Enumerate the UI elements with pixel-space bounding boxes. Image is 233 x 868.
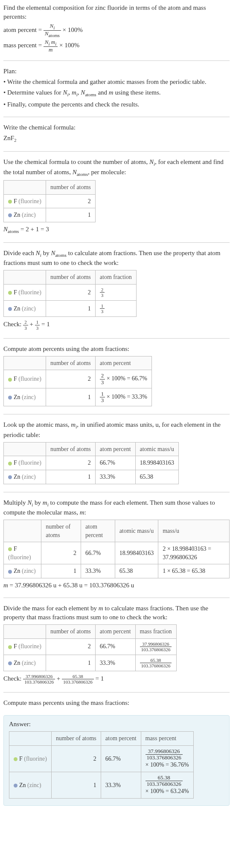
atomic-mass-header: atomic mass/u bbox=[115, 520, 158, 542]
element-cell: Zn (zinc) bbox=[9, 772, 52, 798]
table-header-row: number of atoms atom percent atomic mass… bbox=[4, 442, 179, 456]
empty-header bbox=[4, 442, 46, 456]
count-atoms-text: Use the chemical formula to count the nu… bbox=[3, 158, 230, 178]
num-atoms-header: number of atoms bbox=[46, 442, 95, 456]
dot-icon bbox=[14, 757, 17, 761]
dot-icon bbox=[8, 645, 12, 649]
mass-percents-text: Compute mass percents using the mass fra… bbox=[3, 698, 230, 707]
atomic-mass-cell: 65.38 bbox=[115, 564, 158, 578]
mass-percent-cell: 37.996806326103.376806326 × 100% = 36.76… bbox=[141, 745, 193, 772]
element-cell: F (fluorine) bbox=[4, 456, 46, 470]
percent-cell: 66.7% bbox=[81, 542, 115, 564]
num-atoms-header: number of atoms bbox=[46, 624, 95, 638]
fraction: Ni mi m bbox=[44, 39, 58, 53]
dot-icon bbox=[8, 570, 12, 574]
atom-percent-header: atom percent bbox=[101, 732, 141, 746]
table-row: Zn (zinc) 1 bbox=[4, 208, 96, 222]
divider bbox=[3, 242, 230, 243]
count-cell: 1 bbox=[46, 388, 95, 406]
dot-icon bbox=[8, 378, 12, 382]
mass-cell: 1 × 65.38 = 65.38 bbox=[158, 564, 230, 578]
answer-box: Answer: number of atoms atom percent mas… bbox=[3, 715, 230, 806]
mass-percent-header: mass percent bbox=[141, 732, 193, 746]
percent-cell: 66.7% bbox=[95, 638, 135, 655]
total-mass: m = 37.996806326 u + 65.38 u = 103.37680… bbox=[3, 581, 230, 590]
atom-percents-section: Compute atom percents using the atom fra… bbox=[3, 345, 230, 407]
divider bbox=[3, 117, 230, 117]
atom-fractions-table: number of atoms atom fraction F (fluorin… bbox=[3, 270, 137, 317]
count-cell: 2 bbox=[46, 194, 95, 208]
mass-fractions-text: Divide the mass for each element by m to… bbox=[3, 604, 230, 622]
count-cell: 1 bbox=[46, 655, 95, 671]
empty-header bbox=[4, 520, 41, 542]
atom-percent-header: atom percent bbox=[95, 356, 151, 370]
intro-section: Find the elemental composition for zinc … bbox=[3, 3, 230, 53]
table-row: Zn (zinc) 1 33.3% 65.38 1 × 65.38 = 65.3… bbox=[4, 564, 230, 578]
element-cell: F (fluorine) bbox=[4, 370, 46, 388]
atom-percent-header: atom percent bbox=[95, 624, 135, 638]
element-cell: F (fluorine) bbox=[4, 638, 46, 655]
table-row: F (fluorine) 2 66.7% 37.996806326103.376… bbox=[4, 638, 177, 655]
percent-cell: 23 × 100% = 66.7% bbox=[95, 370, 151, 388]
element-cell: Zn (zinc) bbox=[4, 208, 46, 222]
plan-bullet-1: • Write the chemical formula and gather … bbox=[3, 78, 230, 86]
percent-cell: 33.3% bbox=[95, 655, 135, 671]
mass-cell: 65.38 bbox=[135, 470, 179, 484]
count-cell: 2 bbox=[46, 370, 95, 388]
table-header-row: number of atoms atom percent mass percen… bbox=[9, 732, 194, 746]
atomic-mass-header: atomic mass/u bbox=[135, 442, 179, 456]
plan-section: Plan: • Write the chemical formula and g… bbox=[3, 67, 230, 109]
count-atoms-section: Use the chemical formula to count the nu… bbox=[3, 158, 230, 235]
count-cell: 1 bbox=[46, 301, 95, 317]
mass-fraction-header: mass fraction bbox=[135, 624, 176, 638]
dot-icon bbox=[8, 661, 12, 665]
multiply-mass-section: Multiply Ni by mi to compute the mass fo… bbox=[3, 498, 230, 590]
fraction-cell: 65.38103.376806326 bbox=[135, 655, 176, 671]
count-cell: 2 bbox=[41, 542, 81, 564]
table-row: Zn (zinc) 1 33.3% 65.38103.376806326 × 1… bbox=[9, 772, 194, 798]
dot-icon bbox=[8, 307, 12, 311]
count-cell: 1 bbox=[46, 470, 95, 484]
mass-cell: 18.998403163 bbox=[135, 456, 179, 470]
atom-percent-header: atom percent bbox=[81, 520, 115, 542]
table-header-row: number of atoms atom percent mass fracti… bbox=[4, 624, 177, 638]
fraction-cell: 23 bbox=[95, 285, 136, 301]
dot-icon bbox=[8, 200, 12, 204]
element-cell: Zn (zinc) bbox=[4, 301, 46, 317]
element-cell: Zn (zinc) bbox=[4, 470, 46, 484]
atom-fractions-section: Divide each Ni by Natoms to calculate at… bbox=[3, 249, 230, 331]
total-atoms: Natoms = 2 + 1 = 3 bbox=[3, 225, 230, 235]
multiply-mass-text: Multiply Ni by mi to compute the mass fo… bbox=[3, 498, 230, 517]
intro-text: Find the elemental composition for zinc … bbox=[3, 3, 230, 21]
atom-percents-text: Compute atom percents using the atom fra… bbox=[3, 345, 230, 354]
dot-icon bbox=[14, 784, 17, 788]
plan-bullet-3: • Finally, compute the percents and chec… bbox=[3, 100, 230, 109]
atoms-table: number of atoms F (fluorine) 2 Zn (zinc)… bbox=[3, 180, 96, 222]
chemical-formula-section: Write the chemical formula: ZnF2 bbox=[3, 123, 230, 144]
count-cell: 2 bbox=[46, 285, 95, 301]
element-cell: Zn (zinc) bbox=[4, 388, 46, 406]
mass-percent-cell: 65.38103.376806326 × 100% = 63.24% bbox=[141, 772, 193, 798]
atom-fraction-header: atom fraction bbox=[95, 270, 136, 285]
check-line: Check: 37.996806326103.376806326 + 65.38… bbox=[3, 674, 230, 684]
element-cell: F (fluorine) bbox=[4, 542, 41, 564]
dot-icon bbox=[8, 396, 12, 400]
percent-cell: 66.7% bbox=[95, 456, 135, 470]
answer-label: Answer: bbox=[9, 720, 224, 729]
answer-table: number of atoms atom percent mass percen… bbox=[9, 731, 194, 799]
num-atoms-header: number of atoms bbox=[46, 180, 95, 194]
divider bbox=[3, 60, 230, 61]
count-cell: 1 bbox=[46, 208, 95, 222]
mass-percent-formula: mass percent = Ni mi m × 100% bbox=[3, 39, 230, 53]
plan-heading: Plan: bbox=[3, 67, 230, 76]
atomic-mass-text: Look up the atomic mass, mi, in unified … bbox=[3, 420, 230, 439]
table-row: Zn (zinc) 1 33.3% 65.38 bbox=[4, 470, 179, 484]
percent-cell: 33.3% bbox=[101, 772, 141, 798]
mass-percents-section: Compute mass percents using the mass fra… bbox=[3, 698, 230, 707]
plan-bullet-2: • Determine values for Ni, mi, Natoms an… bbox=[3, 88, 230, 98]
atom-percent-header: atom percent bbox=[95, 442, 135, 456]
dot-icon bbox=[8, 291, 12, 295]
table-header-row: number of atoms atom fraction bbox=[4, 270, 137, 285]
num-atoms-header: number of atoms bbox=[41, 520, 81, 542]
table-row: Zn (zinc) 1 13 bbox=[4, 301, 137, 317]
